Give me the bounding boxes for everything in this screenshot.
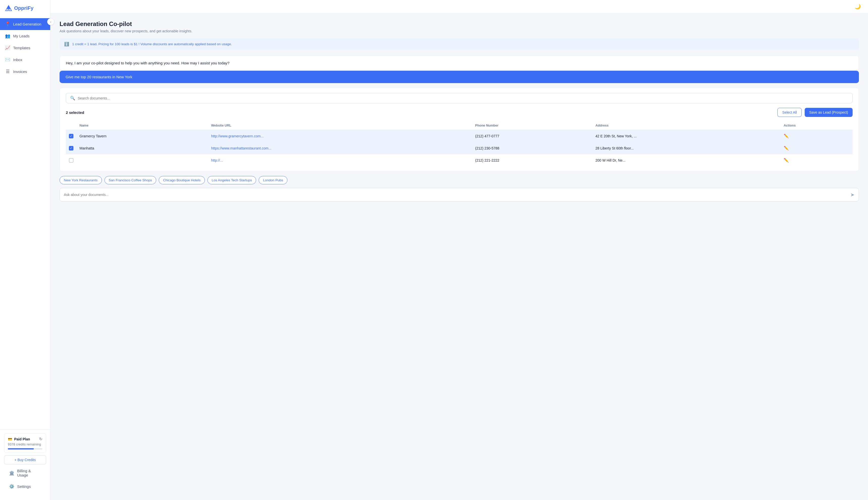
results-header: 2 selected Select All Save as Lead (Pros… — [66, 108, 853, 117]
page-title: Lead Generation Co-pilot — [60, 21, 859, 27]
cell-website: http://... — [208, 154, 472, 167]
sidebar-item-label: Billing & Usage — [17, 469, 41, 477]
sidebar-item-templates[interactable]: 📈 Templates — [0, 42, 50, 54]
sidebar-bottom: 💳 Paid Plan ↻ 9378 credits remaining + B… — [0, 430, 50, 500]
sidebar-toggle-button[interactable]: ‹ — [47, 18, 54, 25]
table-header: Name Website URL Phone Number Address Ac… — [66, 121, 853, 130]
dark-mode-button[interactable]: 🌙 — [855, 3, 861, 10]
sidebar-item-lead-generation[interactable]: 📍 Lead Generation — [0, 18, 50, 30]
cell-name: Gramercy Tavern — [77, 130, 208, 142]
progress-bar-track — [8, 448, 43, 450]
credit-card-icon: 💳 — [8, 437, 12, 441]
cell-phone: (212) 230-5788 — [472, 142, 593, 154]
cell-phone: (212) 477-0777 — [472, 130, 593, 142]
sidebar-item-my-leads[interactable]: 👥 My Leads — [0, 30, 50, 42]
leads-table: Name Website URL Phone Number Address Ac… — [66, 121, 853, 166]
suggestion-chip[interactable]: San Francisco Coffee Shops — [104, 176, 156, 184]
col-name: Name — [77, 121, 208, 130]
info-icon: ℹ️ — [64, 42, 69, 46]
info-banner: ℹ️ 1 credit = 1 lead. Pricing for 100 le… — [60, 38, 859, 50]
plan-box: 💳 Paid Plan ↻ 9378 credits remaining — [4, 433, 46, 453]
topbar: 🌙 — [50, 0, 868, 13]
plan-name: 💳 Paid Plan — [8, 437, 30, 441]
results-actions: Select All Save as Lead (Prospect) — [777, 108, 853, 117]
row-checkbox[interactable]: ✓ — [69, 134, 73, 138]
content-area: Lead Generation Co-pilot Ask questions a… — [50, 13, 868, 500]
search-input[interactable] — [78, 96, 848, 100]
table-row: http://... (212) 221-2222 200 W Hill Dr,… — [66, 154, 853, 167]
edit-icon[interactable]: ✏️ — [784, 146, 789, 150]
ai-chat-bubble: Hey, I am your co-pilot designed to help… — [60, 56, 859, 71]
cell-name — [77, 154, 208, 167]
cell-address: 200 W Hill Dr, Ne... — [593, 154, 781, 167]
suggestion-chip[interactable]: New York Restaurants — [60, 176, 102, 184]
send-icon: ➤ — [851, 192, 855, 198]
ai-message-text: Hey, I am your co-pilot designed to help… — [66, 61, 230, 65]
table-row: ✓ Gramercy Tavern http://www.gramercytav… — [66, 130, 853, 142]
sidebar-item-label: Invoices — [13, 69, 27, 74]
buy-credits-button[interactable]: + Buy Credits — [4, 455, 46, 464]
nav-items: 📍 Lead Generation 👥 My Leads 📈 Templates… — [0, 16, 50, 430]
suggestion-chip[interactable]: London Pubs — [259, 176, 288, 184]
sidebar-item-invoices[interactable]: ☰ Invoices — [0, 66, 50, 78]
inbox-icon: ✉️ — [5, 57, 10, 62]
invoices-icon: ☰ — [5, 69, 10, 74]
save-lead-button[interactable]: Save as Lead (Prospect) — [805, 108, 853, 117]
refresh-icon[interactable]: ↻ — [39, 436, 43, 441]
billing-icon: 🏛️ — [9, 470, 14, 476]
logo-icon — [5, 4, 12, 12]
results-container: 🔍 2 selected Select All Save as Lead (Pr… — [60, 88, 859, 171]
col-address: Address — [593, 121, 781, 130]
cell-phone: (212) 221-2222 — [472, 154, 593, 167]
page-subtitle: Ask questions about your leads, discover… — [60, 29, 859, 33]
col-website: Website URL — [208, 121, 472, 130]
sidebar-item-label: Lead Generation — [13, 22, 42, 26]
user-message-bubble: Give me top 20 restaurants in New York — [60, 71, 859, 83]
search-icon: 🔍 — [70, 96, 75, 101]
plan-header: 💳 Paid Plan ↻ — [8, 436, 43, 441]
settings-icon: ⚙️ — [9, 484, 14, 489]
main-content: 🌙 Lead Generation Co-pilot Ask questions… — [50, 0, 868, 500]
suggestion-chip[interactable]: Los Angeles Tech Startups — [208, 176, 256, 184]
edit-icon[interactable]: ✏️ — [784, 134, 789, 138]
my-leads-icon: 👥 — [5, 33, 10, 39]
cell-address: 42 E 20th St, New York, ... — [593, 130, 781, 142]
row-checkbox[interactable] — [69, 158, 73, 163]
sidebar-item-billing[interactable]: 🏛️ Billing & Usage — [4, 465, 46, 480]
app-name: OppriFy — [14, 5, 34, 11]
search-bar: 🔍 — [66, 93, 853, 103]
sidebar-item-inbox[interactable]: ✉️ Inbox — [0, 54, 50, 66]
cell-website: https://www.manhattarestaurant.com... — [208, 142, 472, 154]
plan-credits: 9378 credits remaining — [8, 442, 43, 446]
send-button[interactable]: ➤ — [851, 192, 855, 198]
user-message-text: Give me top 20 restaurants in New York — [66, 75, 132, 79]
row-checkbox[interactable]: ✓ — [69, 146, 73, 150]
sidebar-item-label: Settings — [17, 484, 31, 489]
sidebar: OppriFy 📍 Lead Generation 👥 My Leads 📈 T… — [0, 0, 50, 500]
cell-actions: ✏️ — [781, 142, 853, 154]
sidebar-item-settings[interactable]: ⚙️ Settings — [4, 480, 46, 492]
cell-name: Manhatta — [77, 142, 208, 154]
sidebar-item-label: My Leads — [13, 34, 30, 38]
templates-icon: 📈 — [5, 45, 10, 50]
input-bar: ➤ — [60, 188, 859, 202]
sidebar-nav-bottom: 🏛️ Billing & Usage ⚙️ Settings — [4, 464, 46, 495]
sidebar-item-label: Inbox — [13, 58, 22, 62]
chat-input[interactable] — [64, 193, 848, 197]
cell-website: http://www.gramercytavern.com... — [208, 130, 472, 142]
table-row: ✓ Manhatta https://www.manhattarestauran… — [66, 142, 853, 154]
sidebar-item-label: Templates — [13, 46, 30, 50]
selected-count-label: 2 selected — [66, 110, 84, 115]
table-body: ✓ Gramercy Tavern http://www.gramercytav… — [66, 130, 853, 167]
edit-icon[interactable]: ✏️ — [784, 158, 789, 162]
info-banner-text: 1 credit = 1 lead. Pricing for 100 leads… — [72, 42, 232, 46]
col-phone: Phone Number — [472, 121, 593, 130]
col-checkbox — [66, 121, 77, 130]
progress-bar-fill — [8, 448, 34, 450]
suggestion-chip[interactable]: Chicago Boutique Hotels — [159, 176, 205, 184]
suggestions-bar: New York RestaurantsSan Francisco Coffee… — [60, 176, 859, 184]
app-logo: OppriFy — [0, 0, 50, 16]
cell-address: 28 Liberty St 60th floor... — [593, 142, 781, 154]
select-all-button[interactable]: Select All — [777, 108, 802, 117]
lead-generation-icon: 📍 — [5, 22, 10, 27]
